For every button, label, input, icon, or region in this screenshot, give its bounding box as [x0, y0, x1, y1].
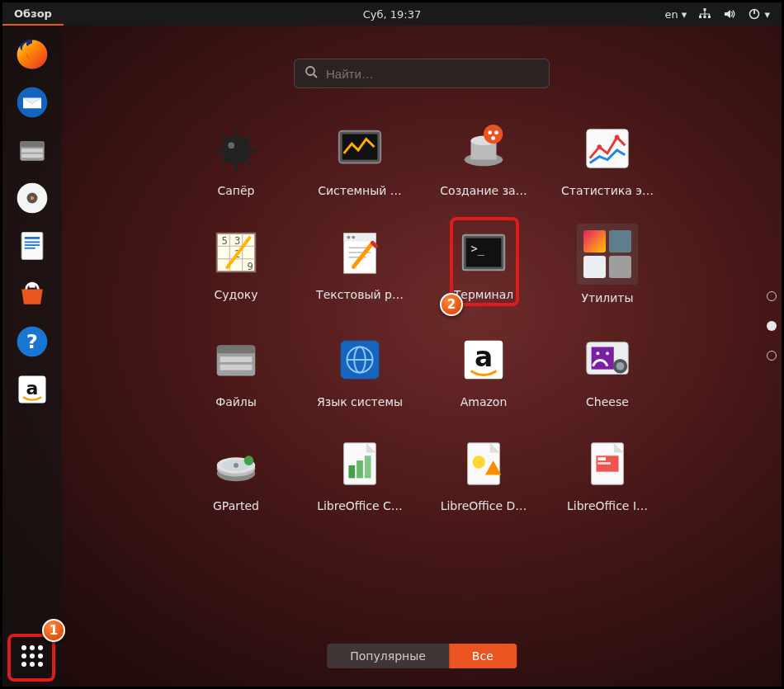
svg-point-52 [597, 144, 602, 149]
power-icon[interactable]: ▾ [748, 7, 770, 21]
system-monitor-icon [331, 120, 389, 177]
app-files[interactable]: Файлы [174, 331, 298, 408]
network-icon[interactable] [698, 7, 711, 21]
app-libreoffice-draw[interactable]: LibreOffice D… [422, 435, 545, 512]
view-tabs: Популярные Все [327, 644, 517, 668]
svg-rect-18 [25, 244, 40, 246]
tab-frequent[interactable]: Популярные [327, 644, 449, 668]
app-label: Статистика э… [561, 184, 654, 197]
svg-rect-16 [25, 237, 40, 239]
app-label: GParted [213, 499, 259, 512]
svg-line-35 [314, 74, 317, 78]
dock: ? a [2, 26, 62, 687]
svg-point-50 [491, 136, 495, 140]
clock[interactable]: Суб, 19:37 [363, 8, 422, 21]
svg-point-47 [484, 125, 503, 144]
svg-rect-0 [704, 8, 706, 11]
svg-point-86 [606, 352, 609, 355]
app-utilities-folder[interactable]: Утилиты [545, 224, 669, 304]
power-stats-icon [579, 120, 636, 177]
svg-point-34 [306, 67, 314, 75]
dock-firefox[interactable] [12, 34, 53, 75]
activities-button[interactable]: Обзор [2, 2, 64, 26]
search-icon [305, 65, 318, 82]
svg-point-28 [21, 654, 26, 658]
svg-point-66 [352, 236, 355, 239]
svg-rect-20 [29, 283, 35, 288]
app-libreoffice-impress[interactable]: LibreOffice I… [545, 435, 669, 512]
app-label: Текстовый р… [316, 288, 404, 301]
annotation-marker-1: 1 [42, 619, 65, 642]
svg-point-88 [616, 362, 625, 370]
svg-rect-9 [20, 141, 44, 147]
app-power-statistics[interactable]: Статистика э… [545, 120, 669, 197]
app-mines[interactable]: Сапёр [174, 120, 298, 197]
app-sudoku[interactable]: 5329 Судоку [174, 224, 298, 304]
show-apps-button[interactable] [12, 635, 53, 677]
workspace-dot[interactable] [767, 291, 777, 301]
svg-point-25 [21, 645, 26, 650]
workspace-indicator[interactable] [767, 291, 777, 361]
app-label: LibreOffice C… [317, 499, 403, 512]
svg-rect-97 [357, 460, 363, 478]
dock-files[interactable] [12, 130, 53, 171]
dock-amazon[interactable]: a [12, 369, 53, 410]
svg-text:3: 3 [234, 235, 240, 247]
svg-point-31 [21, 662, 26, 667]
app-startup-disk[interactable]: Создание за… [422, 120, 545, 197]
svg-point-93 [234, 463, 239, 468]
app-cheese[interactable]: Cheese [545, 331, 669, 408]
svg-rect-1 [699, 16, 701, 18]
tab-all[interactable]: Все [449, 644, 517, 668]
top-bar: Обзор Суб, 19:37 en ▾ ▾ [2, 2, 782, 26]
dock-software[interactable] [12, 273, 53, 314]
svg-point-14 [31, 196, 35, 201]
keyboard-layout-indicator[interactable]: en ▾ [664, 8, 687, 21]
app-terminal[interactable]: 2 >_ Терминал [422, 224, 545, 304]
app-label: Судоку [214, 288, 257, 301]
app-gparted[interactable]: GParted [174, 435, 298, 512]
svg-rect-75 [220, 356, 253, 362]
terminal-icon: >_ [455, 224, 512, 281]
cheese-icon [579, 331, 636, 389]
svg-rect-17 [25, 242, 40, 243]
app-label: Утилиты [581, 291, 633, 304]
svg-point-41 [228, 142, 234, 149]
app-label: Язык системы [317, 395, 403, 408]
svg-text:a: a [475, 341, 493, 373]
svg-point-30 [38, 654, 43, 658]
svg-point-94 [244, 455, 254, 465]
app-label: LibreOffice D… [441, 499, 527, 512]
search-input[interactable] [326, 67, 539, 81]
utilities-folder-icon [577, 224, 638, 285]
svg-rect-98 [365, 455, 371, 478]
dock-thunderbird[interactable] [12, 82, 53, 123]
dock-rhythmbox[interactable] [12, 177, 53, 219]
workspace-dot[interactable] [767, 351, 777, 361]
svg-rect-3 [708, 16, 711, 18]
app-amazon[interactable]: a Amazon [422, 331, 545, 408]
workspace-dot[interactable] [767, 321, 777, 331]
svg-rect-84 [592, 347, 614, 370]
impress-icon [579, 435, 636, 493]
gparted-icon [207, 435, 265, 493]
dock-writer[interactable] [12, 225, 53, 267]
dock-help[interactable]: ? [12, 321, 53, 362]
app-label: Сапёр [217, 184, 254, 197]
svg-rect-10 [21, 149, 43, 153]
app-system-monitor[interactable]: Системный … [298, 120, 422, 197]
app-label: Amazon [460, 395, 508, 408]
calc-icon [331, 435, 389, 493]
files-icon [207, 331, 265, 389]
sudoku-icon: 5329 [207, 224, 265, 281]
app-libreoffice-calc[interactable]: LibreOffice C… [298, 435, 422, 512]
svg-text:a: a [26, 378, 39, 399]
volume-icon[interactable] [723, 7, 736, 21]
annotation-marker-2: 2 [440, 293, 463, 316]
app-language-support[interactable]: Язык системы [298, 331, 422, 408]
draw-icon [455, 435, 512, 493]
language-icon [331, 331, 389, 389]
svg-point-27 [38, 645, 43, 650]
search-bar[interactable] [294, 59, 550, 88]
app-text-editor[interactable]: Текстовый р… [298, 224, 422, 304]
